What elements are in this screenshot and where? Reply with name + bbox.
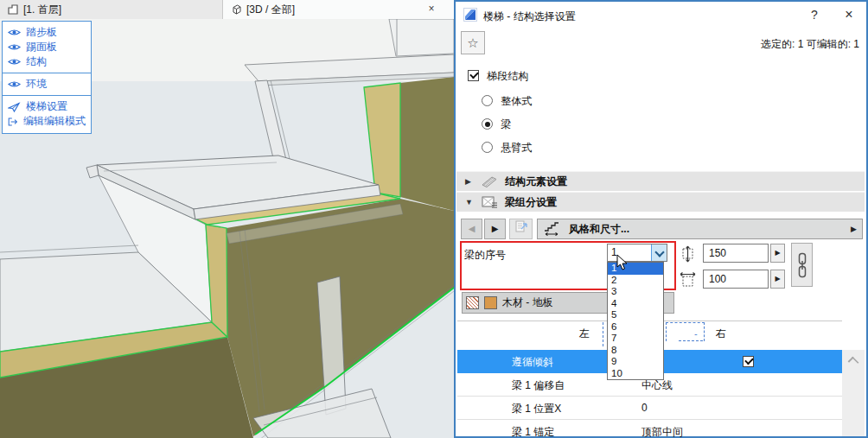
- height-flyout-button[interactable]: ▶: [770, 244, 785, 263]
- view-tab-bar: [1. 首层] [3D / 全部] ×: [0, 0, 454, 20]
- dialog-title: 楼梯 - 结构选择设置: [483, 10, 576, 24]
- selection-status: 选定的: 1 可编辑的: 1: [761, 37, 859, 52]
- dropdown-option[interactable]: 5: [608, 309, 663, 321]
- minus-mark: -: [694, 328, 698, 339]
- section-structure-elements[interactable]: ▶ 结构元素设置: [456, 171, 865, 191]
- overlay-item-treads[interactable]: 踏步板: [3, 25, 91, 40]
- stair-structure-settings-dialog: 楼梯 - 结构选择设置 ? × ☆ 选定的: 1 可编辑的: 1 梯段结构 整体…: [454, 0, 868, 438]
- follow-slope-checkbox[interactable]: [743, 356, 754, 367]
- combo-dropdown-button[interactable]: [651, 244, 667, 261]
- stair-edit-overlay-panel: 踏步板 踢面板 结构 环境 楼梯设置 编辑编辑模式: [2, 21, 92, 134]
- overlay-item-label: 编辑编辑模式: [23, 114, 86, 129]
- overlay-item-risers[interactable]: 踢面板: [3, 40, 91, 54]
- chain-link-icon: [796, 252, 808, 278]
- link-dimensions-button[interactable]: [791, 243, 813, 287]
- eye-icon: [8, 57, 21, 67]
- eye-icon: [8, 42, 21, 52]
- help-button[interactable]: ?: [804, 5, 825, 24]
- row-value: 中心线: [641, 378, 673, 393]
- beam-components-icon: [481, 195, 498, 209]
- dialog-close-button[interactable]: ×: [839, 5, 859, 24]
- star-icon: ☆: [467, 35, 478, 50]
- copy-settings-icon: [514, 219, 528, 233]
- app-window: [1. 首层] [3D / 全部] ×: [0, 0, 868, 438]
- tab-close-icon[interactable]: ×: [424, 2, 438, 16]
- style-bar-label: 风格和尺寸...: [569, 222, 629, 237]
- prev-beam-button[interactable]: ◀: [461, 219, 482, 239]
- radio-icon[interactable]: [482, 95, 493, 106]
- overlay-item-label: 环境: [26, 77, 47, 92]
- chevron-down-icon: [654, 247, 664, 257]
- structure-option-label: 整体式: [501, 95, 532, 107]
- overlay-item-label: 踏步板: [26, 25, 57, 40]
- beam-index-label: 梁的序号: [464, 248, 506, 263]
- floor-plan-icon: [7, 3, 19, 16]
- overlay-item-label: 结构: [26, 54, 47, 69]
- tab-floor-plan[interactable]: [1. 首层]: [0, 0, 223, 19]
- run-structure-row: 梯段结构: [468, 69, 528, 84]
- overlay-item-structure[interactable]: 结构: [3, 54, 91, 69]
- overlay-item-exit-edit-mode[interactable]: 编辑编辑模式: [3, 114, 91, 129]
- row-label: 梁 1 锚定: [512, 425, 554, 438]
- overlay-item-label: 楼梯设置: [26, 99, 67, 114]
- diagram-left-label: 左: [579, 327, 590, 341]
- exit-icon: [8, 117, 18, 127]
- dropdown-option[interactable]: 7: [608, 333, 663, 345]
- 3d-viewport[interactable]: [1. 首层] [3D / 全部] ×: [0, 0, 454, 438]
- tab-3d-all[interactable]: [3D / 全部] ×: [223, 0, 454, 19]
- 3d-cube-icon: [230, 3, 242, 16]
- material-label: 木材 - 地板: [502, 295, 553, 310]
- eye-icon: [8, 28, 21, 37]
- dropdown-option[interactable]: 4: [608, 298, 663, 310]
- dropdown-option[interactable]: 6: [608, 321, 663, 333]
- eye-icon: [8, 79, 21, 89]
- overlay-item-environment[interactable]: 环境: [3, 77, 91, 92]
- collapsed-arrow-icon: ▶: [465, 177, 474, 186]
- transfer-settings-button[interactable]: [509, 219, 533, 239]
- stair-tool-icon: [463, 8, 477, 22]
- beam-height-field[interactable]: [703, 244, 769, 263]
- next-beam-button[interactable]: ▶: [484, 219, 506, 239]
- dimension-line-left: [603, 322, 603, 346]
- style-and-dimensions-bar[interactable]: 风格和尺寸... ▶: [537, 219, 863, 239]
- structure-option-label: 梁: [501, 118, 511, 130]
- radio-icon-selected[interactable]: [482, 118, 493, 130]
- overlay-item-stair-settings[interactable]: 楼梯设置: [3, 99, 91, 114]
- beam-index-dropdown-list: 1 2 3 4 5 6 7 8 9 10: [607, 262, 664, 380]
- run-structure-checkbox[interactable]: [468, 70, 479, 81]
- overlay-divider: [3, 95, 91, 96]
- table-scrollbar[interactable]: [842, 350, 865, 436]
- structure-elements-icon: [481, 175, 498, 188]
- material-hatch-swatch: [466, 296, 479, 309]
- dialog-titlebar[interactable]: 楼梯 - 结构选择设置 ? ×: [456, 2, 866, 28]
- diagram-right-label: 右: [716, 327, 726, 341]
- table-row-beam-anchor[interactable]: 梁 1 锚定 顶部中间: [457, 420, 842, 438]
- row-value: 顶部中间: [641, 425, 683, 438]
- tab-3d-all-label: [3D / 全部]: [246, 3, 295, 17]
- stair-settings-icon: [8, 102, 21, 112]
- overlay-item-label: 踢面板: [26, 40, 57, 54]
- row-label: 梁 1 位置X: [512, 402, 561, 416]
- section-beam-components[interactable]: ▼ 梁组分设置: [456, 192, 865, 212]
- dropdown-option[interactable]: 3: [608, 286, 663, 298]
- table-row-beam-position[interactable]: 梁 1 位置X 0: [457, 397, 842, 420]
- dropdown-option[interactable]: 8: [608, 345, 663, 357]
- section-label: 梁组分设置: [505, 195, 557, 210]
- beam-width-field[interactable]: [703, 270, 769, 289]
- structure-option-monolithic[interactable]: 整体式: [482, 94, 532, 109]
- structure-option-cantilever[interactable]: 悬臂式: [482, 141, 532, 156]
- beam-height-icon: [680, 245, 697, 263]
- dimension-arrow-line: [679, 340, 703, 341]
- dropdown-option[interactable]: 2: [608, 275, 663, 287]
- structure-option-beam[interactable]: 梁: [482, 117, 511, 132]
- row-label: 梁 1 偏移自: [512, 378, 565, 393]
- dropdown-option[interactable]: 9: [608, 356, 663, 368]
- radio-icon[interactable]: [482, 142, 493, 153]
- width-flyout-button[interactable]: ▶: [770, 270, 785, 289]
- favorites-button[interactable]: ☆: [461, 31, 485, 54]
- dropdown-option[interactable]: 10: [608, 368, 663, 380]
- dimension-box-right: [666, 322, 705, 341]
- scroll-up-icon[interactable]: [848, 357, 859, 368]
- beam-width-icon: [680, 271, 697, 289]
- flyout-arrow-icon[interactable]: ▶: [851, 225, 857, 233]
